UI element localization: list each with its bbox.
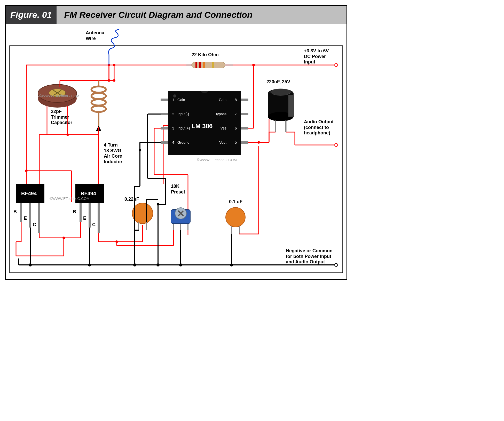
svg-text:Bypass: Bypass [215,112,226,116]
svg-text:2: 2 [172,112,174,116]
electrolytic-capacitor-icon [268,89,294,132]
svg-text:1: 1 [172,98,174,102]
svg-text:Vss: Vss [220,126,226,130]
svg-point-34 [91,106,106,112]
figure-badge: Figure. 01 [6,6,57,24]
power-input-label: +3.3V to 6V DC Power Input [304,48,329,65]
antenna-icon [109,29,119,55]
svg-text:BF494: BF494 [81,191,96,196]
svg-point-99 [226,207,245,227]
cap-01-label: 0.1 uF [229,199,242,205]
svg-rect-10 [195,62,197,68]
svg-text:Gain: Gain [177,98,185,102]
svg-point-168 [335,263,338,266]
svg-point-18 [108,79,110,82]
header: Figure. 01 FM Receiver Circuit Diagram a… [6,6,346,24]
svg-text:LM 386: LM 386 [192,123,212,129]
svg-text:Ground: Ground [177,140,190,144]
svg-text:3: 3 [172,126,174,130]
svg-text:C: C [33,222,36,227]
svg-text:Input(+): Input(+) [177,126,190,130]
resistor-label: 22 Kilo Ohm [192,52,219,58]
svg-text:8: 8 [235,98,237,102]
svg-text:Gain: Gain [219,98,226,102]
inductor-label: 4 Turn 18 SWG Air Core Inductor [104,142,122,165]
electrolytic-label: 220uF, 25V [266,79,290,85]
svg-point-32 [91,93,106,99]
watermark-2: ©WWW.ETechnoG.COM [50,197,90,201]
antenna-label: Antenna Wire [86,30,104,41]
svg-point-172 [156,263,160,266]
svg-text:E: E [24,216,27,221]
svg-text:BF494: BF494 [21,191,37,196]
transistor-2-icon: BF494 [75,184,104,233]
svg-point-33 [91,99,106,106]
svg-text:Input(-): Input(-) [177,112,189,116]
watermark-1: ©WWW.ETechnoG.COM [39,94,79,98]
capacitor-01-icon [226,207,245,234]
svg-rect-11 [199,62,201,68]
diagram-container: Figure. 01 FM Receiver Circuit Diagram a… [5,5,347,280]
svg-point-2 [335,63,338,67]
cap-022-label: 0.22uF [124,197,139,202]
trimmer-label: 22pF Trimmer Capacitor [51,109,72,126]
svg-point-40 [66,133,69,136]
resistor-icon [186,62,233,68]
preset-label: 10K Preset [171,184,185,195]
preset-icon [171,208,190,230]
diagram-title: FM Receiver Circuit Diagram and Connecti… [57,6,346,24]
svg-text:C: C [92,222,96,227]
svg-point-157 [271,89,290,95]
svg-text:B: B [73,209,76,214]
svg-point-31 [91,86,106,93]
svg-rect-13 [212,62,214,68]
svg-rect-158 [288,95,293,117]
svg-rect-0 [10,46,343,273]
svg-point-166 [335,143,338,147]
watermark-3: ©WWW.ETechnoG.COM [197,158,237,162]
circuit-canvas: BF494 B E C BF494 B E C LM 386 1Gain 2In… [6,24,346,279]
svg-point-169 [29,263,32,266]
ic-lm386-icon: LM 386 1Gain 2Input(-) 3Input(+) 4Ground… [161,91,248,155]
svg-point-171 [133,263,136,266]
svg-point-21 [113,64,115,66]
svg-point-147 [139,149,141,151]
svg-point-174 [230,263,233,266]
svg-text:6: 6 [235,126,237,130]
svg-text:Vout: Vout [219,140,226,144]
svg-rect-12 [203,62,205,68]
svg-text:4: 4 [172,140,174,144]
svg-point-106 [173,94,176,98]
svg-point-170 [88,263,91,266]
svg-point-173 [179,263,182,266]
svg-point-138 [157,203,159,206]
svg-text:E: E [83,216,86,221]
svg-text:B: B [13,209,17,214]
svg-text:5: 5 [235,140,237,144]
ground-label: Negative or Common for both Power Input … [286,248,333,265]
transistor-1-icon: BF494 [16,184,44,233]
inductor-icon [91,80,106,127]
svg-text:7: 7 [235,112,237,116]
audio-output-label: Audio Output (connect to headphone) [304,119,334,136]
